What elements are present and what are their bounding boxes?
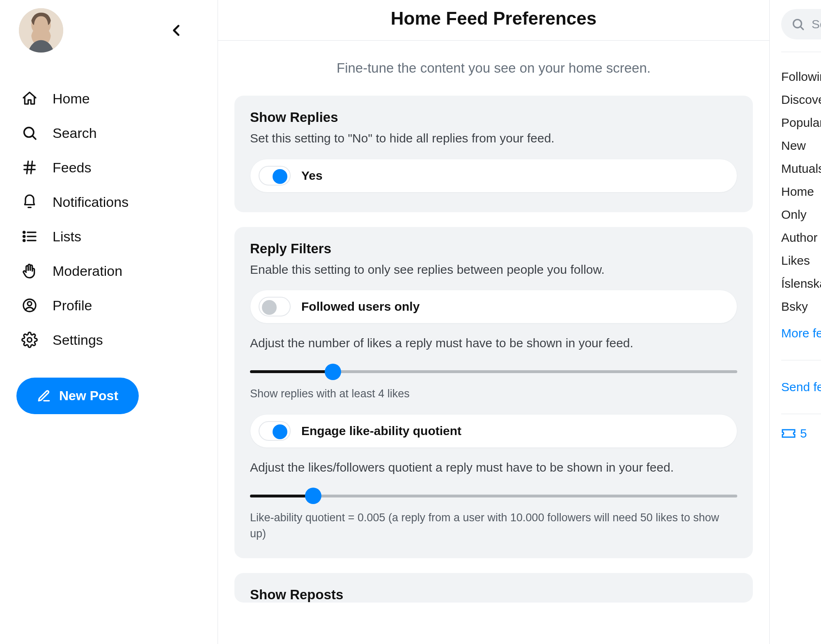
search-placeholder: Search (812, 17, 821, 31)
ticket-icon (781, 428, 796, 439)
nav-label: Notifications (53, 194, 128, 210)
svg-point-17 (28, 338, 32, 342)
more-feeds-link[interactable]: More feeds (781, 321, 821, 346)
right-item[interactable]: Only (781, 203, 821, 226)
toggle-switch[interactable] (259, 166, 291, 186)
search-icon (21, 124, 39, 142)
chevron-left-icon (169, 23, 184, 38)
toggle-engage-quotient[interactable]: Engage like-ability quotient (250, 414, 737, 448)
svg-point-16 (28, 302, 32, 306)
quotient-slider[interactable] (250, 488, 737, 504)
quotient-slider-desc: Adjust the likes/followers quotient a re… (250, 458, 737, 477)
toggle-show-replies[interactable]: Yes (250, 159, 737, 193)
gear-icon (21, 331, 39, 349)
right-item[interactable]: Home (781, 180, 821, 203)
toggle-label: Engage like-ability quotient (301, 424, 461, 438)
right-item[interactable]: Following (781, 65, 821, 88)
toggle-label: Yes (301, 169, 323, 183)
send-feedback-link[interactable]: Send feedback (781, 374, 821, 400)
sidebar-top (16, 8, 201, 69)
user-icon (21, 296, 39, 314)
search-icon (791, 17, 805, 31)
toggle-switch[interactable] (259, 421, 291, 441)
nav-label: Lists (53, 229, 81, 245)
nav-label: Home (53, 91, 90, 107)
right-item[interactable]: Mutuals (781, 157, 821, 180)
toggle-followed-only[interactable]: Followed users only (250, 290, 737, 323)
right-item[interactable]: Bsky (781, 295, 821, 318)
card-title: Show Replies (250, 110, 737, 125)
nav-item-notifications[interactable]: Notifications (16, 185, 201, 219)
compose-icon (37, 389, 51, 403)
quotient-slider-caption: Like-ability quotient = 0.005 (a reply f… (250, 510, 737, 542)
card-desc: Enable this setting to only see replies … (250, 261, 737, 279)
card-reply-filters: Reply Filters Enable this setting to onl… (234, 227, 753, 559)
right-item[interactable]: New (781, 134, 821, 157)
hand-icon (21, 262, 39, 280)
ticket-row[interactable]: 5 (781, 414, 821, 440)
nav-item-home[interactable]: Home (16, 81, 201, 116)
right-panel: Search Following Discover Popular New Mu… (770, 0, 821, 644)
avatar[interactable] (19, 8, 63, 53)
svg-line-6 (27, 161, 28, 174)
right-item[interactable]: Likes (781, 249, 821, 272)
toggle-switch[interactable] (259, 297, 291, 316)
avatar-image (19, 8, 63, 53)
nav-item-feeds[interactable]: Feeds (16, 150, 201, 185)
nav-item-moderation[interactable]: Moderation (16, 254, 201, 288)
search-box[interactable]: Search (781, 9, 821, 39)
right-item[interactable]: Popular (781, 111, 821, 134)
hash-icon (21, 158, 39, 176)
home-icon (21, 89, 39, 108)
list-icon (21, 227, 39, 245)
nav-label: Profile (53, 298, 92, 314)
nav-label: Settings (53, 332, 103, 348)
nav-item-search[interactable]: Search (16, 116, 201, 150)
nav-label: Search (53, 125, 97, 141)
nav-label: Feeds (53, 160, 92, 176)
nav-item-lists[interactable]: Lists (16, 219, 201, 254)
new-post-label: New Post (59, 388, 118, 403)
svg-line-19 (800, 27, 803, 30)
likes-slider-desc: Adjust the number of likes a reply must … (250, 334, 737, 352)
bell-icon (21, 193, 39, 211)
svg-line-7 (31, 161, 32, 174)
nav-label: Moderation (53, 263, 122, 279)
svg-point-13 (23, 236, 25, 237)
nav: Home Search Feeds Notifications Lists (16, 81, 201, 357)
ticket-count: 5 (800, 426, 807, 440)
card-title: Reply Filters (250, 241, 737, 257)
new-post-button[interactable]: New Post (16, 378, 139, 414)
main-column: Home Feed Preferences Fine-tune the cont… (218, 0, 770, 644)
likes-slider-caption: Show replies with at least 4 likes (250, 386, 737, 402)
nav-item-settings[interactable]: Settings (16, 323, 201, 357)
svg-point-14 (23, 240, 25, 241)
back-button[interactable] (164, 18, 189, 43)
page-subtitle: Fine-tune the content you see on your ho… (234, 41, 753, 96)
right-item[interactable]: Íslenska (781, 272, 821, 295)
svg-point-12 (23, 231, 25, 233)
card-show-replies: Show Replies Set this setting to "No" to… (234, 96, 753, 212)
svg-line-3 (32, 136, 36, 139)
right-item[interactable]: Author (781, 226, 821, 249)
card-show-reposts: Show Reposts (234, 573, 753, 603)
right-item[interactable]: Discover (781, 88, 821, 111)
center-scroll[interactable]: Fine-tune the content you see on your ho… (218, 41, 769, 644)
page-title: Home Feed Preferences (218, 0, 769, 41)
toggle-label: Followed users only (301, 300, 420, 314)
card-desc: Set this setting to "No" to hide all rep… (250, 129, 737, 147)
nav-item-profile[interactable]: Profile (16, 288, 201, 323)
card-title: Show Reposts (250, 587, 737, 603)
divider (781, 360, 821, 360)
right-list: Following Discover Popular New Mutuals H… (781, 52, 821, 440)
sidebar: Home Search Feeds Notifications Lists (0, 0, 218, 644)
likes-slider[interactable] (250, 364, 737, 380)
